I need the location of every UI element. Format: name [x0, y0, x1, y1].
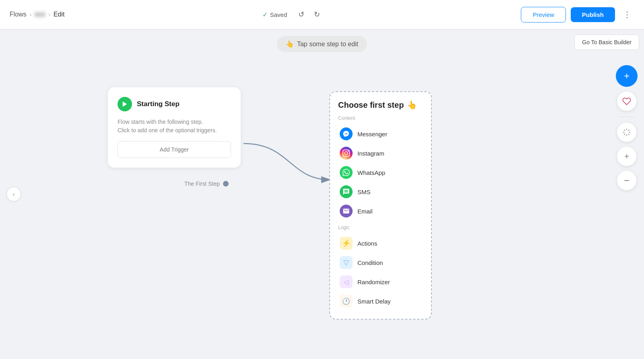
first-step-text: The First Step: [184, 181, 220, 187]
more-menu-button[interactable]: ⋮: [620, 8, 634, 21]
step-option-randomizer[interactable]: ◁ Randomizer: [338, 272, 423, 291]
starting-step-card: Starting Step Flow starts with the follo…: [108, 87, 241, 168]
whatsapp-icon: [340, 166, 353, 179]
randomizer-label: Randomizer: [357, 279, 390, 285]
step-option-instagram[interactable]: Instagram: [338, 144, 423, 163]
basic-builder-button[interactable]: Go To Basic Builder: [574, 35, 639, 50]
undo-button[interactable]: ↺: [295, 8, 308, 21]
smart-delay-icon: 🕐: [340, 295, 353, 308]
starting-step-title: Starting Step: [137, 100, 180, 108]
tap-hint-banner: 👆 Tap some step to edit: [277, 36, 367, 52]
favorite-button[interactable]: [617, 92, 636, 111]
first-step-dot: [223, 181, 229, 187]
saved-check-icon: ✓: [262, 11, 268, 18]
redo-button[interactable]: ↻: [311, 8, 323, 21]
email-icon: [340, 205, 353, 217]
instagram-icon: [340, 147, 353, 160]
step-option-actions[interactable]: ⚡ Actions: [338, 234, 423, 253]
first-step-label: The First Step: [184, 181, 229, 187]
saved-indicator: ✓ Saved: [262, 11, 287, 18]
add-step-button[interactable]: +: [616, 65, 638, 87]
zoom-in-button[interactable]: +: [617, 147, 636, 166]
svg-line-5: [628, 134, 630, 135]
instagram-label: Instagram: [357, 150, 384, 157]
email-label: Email: [357, 208, 373, 215]
starting-step-description: Flow starts with the following step. Cli…: [118, 118, 231, 135]
sms-icon: [340, 185, 353, 198]
logic-section-label: Logic: [338, 225, 423, 230]
header-center: ✓ Saved ↺ ↻: [65, 8, 521, 21]
flow-canvas: 👆 Tap some step to edit Go To Basic Buil…: [0, 29, 644, 359]
breadcrumb-sep-2: ›: [48, 11, 50, 18]
breadcrumb-edit: Edit: [54, 11, 65, 18]
breadcrumb-project[interactable]: test: [35, 11, 45, 18]
step-option-email[interactable]: Email: [338, 201, 423, 221]
condition-icon: ▽: [340, 256, 353, 269]
saved-label: Saved: [270, 11, 287, 18]
publish-button[interactable]: Publish: [571, 7, 615, 22]
breadcrumb: Flows › test › Edit: [10, 11, 65, 18]
card-header: Starting Step: [118, 97, 231, 111]
sms-label: SMS: [357, 189, 371, 195]
svg-line-4: [624, 130, 625, 131]
svg-line-8: [624, 134, 625, 135]
zoom-out-button[interactable]: −: [617, 171, 636, 190]
add-trigger-button[interactable]: Add Trigger: [118, 141, 231, 158]
tap-hint-emoji: 👆: [286, 40, 294, 48]
breadcrumb-sep-1: ›: [30, 11, 32, 18]
tap-hint-text: Tap some step to edit: [297, 41, 358, 48]
breadcrumb-flows[interactable]: Flows: [10, 11, 27, 18]
condition-label: Condition: [357, 259, 383, 266]
whatsapp-label: WhatsApp: [357, 169, 385, 176]
randomizer-icon: ◁: [340, 275, 353, 288]
header-actions: Preview Publish ⋮: [521, 7, 634, 23]
step-option-condition[interactable]: ▽ Condition: [338, 253, 423, 272]
messenger-icon: [340, 127, 353, 140]
svg-line-9: [628, 130, 630, 131]
content-section-label: Content: [338, 115, 423, 121]
actions-label: Actions: [357, 240, 377, 247]
step-option-smart-delay[interactable]: 🕐 Smart Delay: [338, 291, 423, 311]
magic-button[interactable]: [617, 123, 636, 142]
undo-redo-group: ↺ ↻: [295, 8, 323, 21]
actions-icon: ⚡: [340, 237, 353, 250]
right-toolbar: + + −: [616, 65, 638, 190]
svg-marker-1: [123, 101, 127, 107]
left-chevron-button[interactable]: ›: [6, 187, 21, 201]
toolbar-divider: [619, 117, 635, 117]
panel-title-emoji: 👆: [407, 100, 417, 110]
messenger-label: Messenger: [357, 131, 387, 137]
panel-title: Choose first step 👆: [338, 100, 423, 110]
desc-line1: Flow starts with the following step.: [118, 118, 231, 126]
panel-title-text: Choose first step: [338, 101, 404, 110]
header: Flows › test › Edit ✓ Saved ↺ ↻ Preview …: [0, 0, 644, 29]
desc-line2: Click to add one of the optional trigger…: [118, 126, 231, 135]
step-option-messenger[interactable]: Messenger: [338, 124, 423, 144]
choose-step-panel: Choose first step 👆 Content Messenger In…: [329, 91, 432, 320]
step-option-sms[interactable]: SMS: [338, 182, 423, 201]
smart-delay-label: Smart Delay: [357, 298, 391, 305]
starting-step-icon: [118, 97, 132, 111]
preview-button[interactable]: Preview: [521, 7, 566, 23]
step-option-whatsapp[interactable]: WhatsApp: [338, 163, 423, 182]
